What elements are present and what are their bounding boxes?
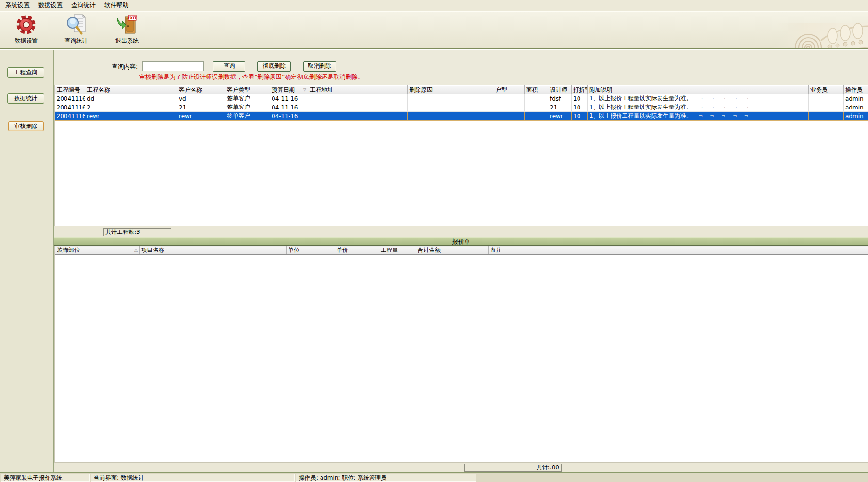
column-header-4[interactable]: 工程量 bbox=[379, 246, 416, 255]
cell bbox=[408, 112, 494, 121]
column-header-0[interactable]: 工程编号 bbox=[55, 86, 85, 94]
cancel-delete-button[interactable]: 取消删除 bbox=[303, 61, 336, 72]
cell bbox=[408, 94, 494, 103]
quote-total-box: 共计:.00 bbox=[464, 464, 562, 472]
column-header-6[interactable]: 备注 bbox=[489, 246, 868, 255]
cell: vd bbox=[177, 94, 225, 103]
statusbar: 美萍家装电子报价系统当前界面: 数据统计操作员: admin; 职位: 系统管理… bbox=[0, 473, 868, 482]
column-header-3[interactable]: 客户类型 bbox=[225, 86, 270, 94]
toolbar-exit-system[interactable]: EXIT 退出系统 bbox=[106, 13, 148, 47]
column-header-12[interactable]: 业务员 bbox=[809, 86, 844, 94]
cell: 1、以上报价工程量以实际发生量为准。 bbox=[588, 103, 809, 112]
column-header-2[interactable]: 单位 bbox=[287, 246, 335, 255]
column-header-1[interactable]: 项目名称 bbox=[140, 246, 287, 255]
projects-total-strip: 共计工程数:3 bbox=[54, 226, 868, 237]
table-row[interactable]: 20041116002221签单客户04-11-1621101、以上报价工程量以… bbox=[55, 103, 868, 112]
cell: 签单客户 bbox=[225, 103, 270, 112]
menu-data-settings[interactable]: 数据设置 bbox=[34, 0, 67, 11]
toolbar-button-label: 退出系统 bbox=[106, 37, 148, 45]
menubar: 系统设置数据设置查询统计软件帮助 bbox=[0, 0, 868, 12]
sidebar-data-stats[interactable]: 数据统计 bbox=[7, 93, 44, 104]
cell: 1、以上报价工程量以实际发生量为准。 bbox=[588, 112, 809, 121]
sidebar-audit-delete[interactable]: 审核删除 bbox=[8, 121, 44, 131]
cell: 20041116002 bbox=[55, 103, 85, 112]
table-row[interactable]: 20041116001ddvd签单客户04-11-16fdsf101、以上报价工… bbox=[55, 94, 868, 103]
sidebar bbox=[0, 50, 53, 472]
menu-software-help[interactable]: 软件帮助 bbox=[100, 0, 133, 11]
app-window: 系统设置数据设置查询统计软件帮助 数据设置 bbox=[0, 0, 868, 482]
cell bbox=[809, 103, 844, 112]
query-button[interactable]: 查询 bbox=[213, 61, 245, 72]
gear-icon bbox=[5, 13, 48, 36]
cell bbox=[308, 94, 408, 103]
cell: 1、以上报价工程量以实际发生量为准。 bbox=[588, 94, 809, 103]
cell: 04-11-16 bbox=[270, 103, 308, 112]
svg-text:EXIT: EXIT bbox=[128, 16, 137, 20]
cell bbox=[809, 112, 844, 121]
quote-total-strip: 共计:.00 bbox=[54, 462, 868, 472]
menu-query-stats[interactable]: 查询统计 bbox=[67, 0, 100, 11]
cell: 20041116001 bbox=[55, 94, 85, 103]
quote-table: 装饰部位△项目名称单位单价工程量合计金额备注 bbox=[54, 246, 868, 462]
cell bbox=[525, 103, 548, 112]
cell: rewr bbox=[85, 112, 177, 121]
quote-panel-title: 报价单 bbox=[54, 237, 868, 246]
column-header-3[interactable]: 单价 bbox=[335, 246, 379, 255]
status-current-view: 当前界面: 数据统计 bbox=[91, 474, 295, 482]
purge-delete-button[interactable]: 彻底删除 bbox=[257, 61, 291, 72]
cell: admin bbox=[844, 103, 868, 112]
column-header-7[interactable]: 户型 bbox=[494, 86, 525, 94]
cell: 04-11-16 bbox=[270, 94, 308, 103]
column-header-11[interactable]: 附加说明 bbox=[588, 86, 809, 94]
search-content-label: 查询内容: bbox=[112, 63, 138, 71]
cell: 04-11-16 bbox=[270, 112, 308, 121]
toolbar-data-settings[interactable]: 数据设置 bbox=[5, 13, 48, 47]
cell bbox=[308, 112, 408, 121]
projects-table: 工程编号工程名称客户名称客户类型预算日期▽工程地址删除原因户型面积设计师打折率附… bbox=[54, 85, 868, 226]
table-row[interactable]: 20041116003rewrrewr签单客户04-11-16rewr101、以… bbox=[55, 112, 868, 121]
column-header-9[interactable]: 设计师 bbox=[548, 86, 572, 94]
cell bbox=[408, 103, 494, 112]
cell: 10 bbox=[572, 94, 588, 103]
cell: 2 bbox=[85, 103, 177, 112]
toolbar-button-label: 查询统计 bbox=[55, 37, 97, 45]
column-header-1[interactable]: 工程名称 bbox=[85, 86, 177, 94]
cell: rewr bbox=[548, 112, 572, 121]
status-app-title: 美萍家装电子报价系统 bbox=[1, 474, 90, 482]
cell: rewr bbox=[177, 112, 225, 121]
cell bbox=[308, 103, 408, 112]
search-document-icon bbox=[55, 13, 97, 36]
column-header-5[interactable]: 合计金额 bbox=[416, 246, 489, 255]
cell: 10 bbox=[572, 112, 588, 121]
cell: 签单客户 bbox=[225, 94, 270, 103]
projects-total-box: 共计工程数:3 bbox=[103, 228, 171, 236]
column-header-13[interactable]: 操作员 bbox=[844, 86, 868, 94]
cell bbox=[525, 94, 548, 103]
audit-delete-warning: 审核删除是为了防止设计师误删数据，查看“删除原因”确定彻底删除还是取消删除。 bbox=[139, 73, 364, 81]
menu-system-settings[interactable]: 系统设置 bbox=[1, 0, 34, 11]
cell: 签单客户 bbox=[225, 112, 270, 121]
cell bbox=[525, 112, 548, 121]
column-header-4[interactable]: 预算日期▽ bbox=[270, 86, 308, 94]
column-header-10[interactable]: 打折率 bbox=[572, 86, 588, 94]
cell: 21 bbox=[177, 103, 225, 112]
cell: admin bbox=[844, 94, 868, 103]
sidebar-project-query[interactable]: 工程查询 bbox=[7, 67, 44, 78]
toolbar-query-stats[interactable]: 查询统计 bbox=[55, 13, 97, 47]
column-header-2[interactable]: 客户名称 bbox=[177, 86, 225, 94]
toolbar: 数据设置 查询统计 bbox=[0, 12, 868, 48]
cell: fdsf bbox=[548, 94, 572, 103]
cell bbox=[494, 112, 525, 121]
status-operator: 操作员: admin; 职位: 系统管理员 bbox=[296, 474, 476, 482]
cell: 10 bbox=[572, 103, 588, 112]
column-header-0[interactable]: 装饰部位△ bbox=[55, 246, 140, 255]
exit-door-icon: EXIT bbox=[106, 13, 148, 36]
sort-indicator-icon: ▽ bbox=[303, 87, 306, 92]
search-content-input[interactable] bbox=[142, 61, 204, 71]
cell: 21 bbox=[548, 103, 572, 112]
column-header-5[interactable]: 工程地址 bbox=[308, 86, 408, 94]
cell: dd bbox=[85, 94, 177, 103]
column-header-6[interactable]: 删除原因 bbox=[408, 86, 494, 94]
column-header-8[interactable]: 面积 bbox=[525, 86, 548, 94]
cell bbox=[494, 103, 525, 112]
